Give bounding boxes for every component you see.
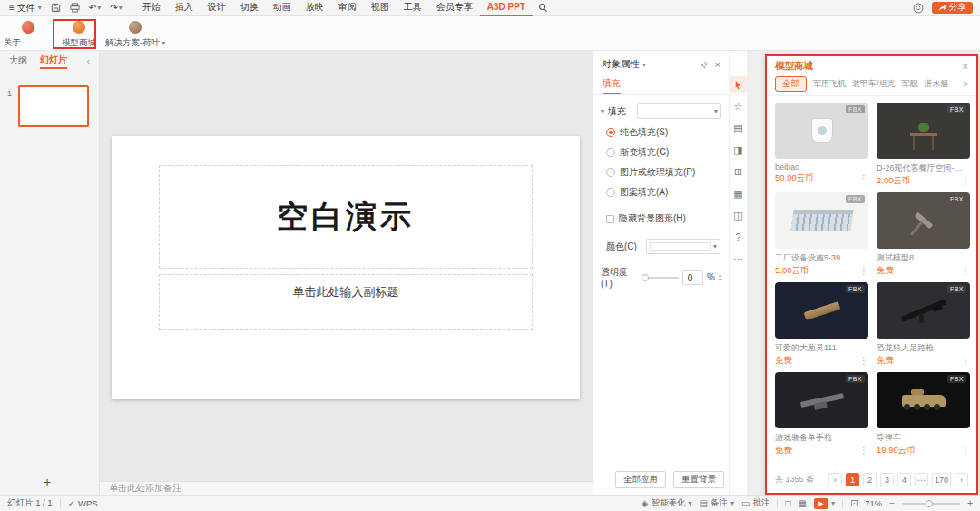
- model-thumbnail[interactable]: FBX: [775, 103, 868, 159]
- wps-status[interactable]: ✓ WPS: [68, 498, 98, 508]
- more-options-icon[interactable]: ⋮: [859, 356, 868, 366]
- radio-solid-fill[interactable]: 纯色填充(S): [606, 126, 729, 139]
- chevron-down-icon[interactable]: ▾: [642, 61, 646, 69]
- more-options-icon[interactable]: ⋮: [859, 266, 868, 276]
- editing-canvas[interactable]: 空白演示 单击此处输入副标题: [100, 51, 593, 481]
- model-card[interactable]: FBX D-26现代客餐厅空间-小桌 2.00云币⋮: [877, 103, 970, 187]
- tab-fill[interactable]: 填充: [603, 77, 621, 94]
- model-thumbnail[interactable]: FBX: [877, 103, 970, 159]
- radio-button-selected[interactable]: [606, 128, 615, 137]
- slide-title[interactable]: 空白演示: [277, 196, 415, 238]
- more-options-icon[interactable]: ⋮: [859, 173, 868, 183]
- zoom-in-icon[interactable]: +: [967, 498, 973, 508]
- more-options-icon[interactable]: ⋮: [961, 356, 970, 366]
- tab-transition[interactable]: 切换: [233, 0, 266, 16]
- add-slide-button[interactable]: +: [44, 475, 51, 489]
- model-thumbnail[interactable]: FBX: [775, 282, 868, 339]
- search-button[interactable]: [534, 0, 552, 16]
- tab-design[interactable]: 设计: [201, 0, 233, 16]
- model-thumbnail[interactable]: FBX: [877, 282, 970, 339]
- help-icon[interactable]: ?: [730, 229, 747, 245]
- play-slideshow-button[interactable]: ▶ ▾: [814, 498, 835, 509]
- radio-pattern-fill[interactable]: 图案填充(A): [606, 186, 729, 199]
- store-tab-submarine[interactable]: 潜水艇: [925, 78, 949, 90]
- slide-subtitle[interactable]: 单击此处输入副标题: [293, 285, 399, 299]
- tab-tools[interactable]: 工具: [397, 0, 429, 16]
- zoom-slider[interactable]: [902, 503, 960, 505]
- insert-grid-icon[interactable]: ⊞: [730, 163, 747, 180]
- clipboard-icon[interactable]: ▤: [730, 120, 747, 136]
- store-tab-tank[interactable]: 装甲车/坦克: [852, 78, 896, 90]
- page-button-4[interactable]: 4: [897, 473, 911, 486]
- model-card[interactable]: FBX beibao 50.00云币⋮: [775, 103, 868, 187]
- hide-background-checkbox-row[interactable]: 隐藏背景图形(H): [606, 212, 729, 225]
- radio-gradient-fill[interactable]: 渐变填充(G): [606, 146, 729, 159]
- model-card[interactable]: FBX 导弹车 19.90云币⋮: [877, 372, 970, 457]
- page-ellipsis[interactable]: ⋯: [915, 473, 928, 486]
- more-options-icon[interactable]: ⋮: [961, 176, 970, 186]
- color-dropdown[interactable]: ▾: [646, 239, 720, 254]
- main-menu-button[interactable]: ≡ 文件 ▾: [5, 0, 45, 16]
- tab-review[interactable]: 审阅: [331, 0, 364, 16]
- slide-sorter-icon[interactable]: ▦: [798, 498, 806, 508]
- model-thumbnail[interactable]: FBX: [877, 372, 970, 428]
- tab-home[interactable]: 开始: [135, 0, 168, 16]
- shape-fill-icon[interactable]: ◨: [730, 142, 747, 158]
- subtitle-placeholder[interactable]: 单击此处输入副标题: [159, 274, 533, 330]
- store-tab-warship[interactable]: 军舰: [902, 78, 918, 90]
- more-tools-icon[interactable]: ⋯: [730, 251, 747, 267]
- next-page-button[interactable]: ›: [955, 473, 968, 486]
- tab-insert[interactable]: 插入: [168, 0, 201, 16]
- more-categories-icon[interactable]: >: [963, 79, 968, 89]
- table-icon[interactable]: ▦: [730, 185, 747, 201]
- save-button[interactable]: [47, 0, 64, 16]
- radio-picture-fill[interactable]: 图片或纹理填充(P): [606, 166, 729, 179]
- apply-all-button[interactable]: 全部应用: [615, 471, 666, 488]
- object-properties-icon[interactable]: [730, 76, 747, 93]
- model-card[interactable]: FBX 工厂设备设施5-39 5.00云币⋮: [775, 192, 868, 277]
- pin-icon[interactable]: [701, 61, 709, 69]
- tab-animation[interactable]: 动画: [266, 0, 299, 16]
- radio-button[interactable]: [606, 168, 615, 177]
- transparency-slider[interactable]: [642, 277, 678, 279]
- model-card[interactable]: FBX 恐龙猎人足路枪 免费⋮: [877, 282, 970, 367]
- page-button-2[interactable]: 2: [863, 473, 877, 486]
- solution-button[interactable]: 解决方案-荷叶 ▾: [100, 21, 171, 49]
- layout-icon[interactable]: ◫: [730, 207, 747, 223]
- redo-button[interactable]: ↷ ▾: [106, 0, 125, 16]
- section-collapse-icon[interactable]: ▾: [601, 107, 604, 115]
- more-options-icon[interactable]: ⋮: [859, 446, 868, 456]
- model-thumbnail[interactable]: FBX: [877, 192, 970, 249]
- theme-skin-button[interactable]: [913, 3, 924, 14]
- prev-page-button[interactable]: ‹: [828, 473, 842, 486]
- transparency-stepper[interactable]: ▴ ▾: [719, 273, 721, 282]
- model-thumbnail[interactable]: FBX: [775, 372, 868, 428]
- radio-button[interactable]: [606, 188, 615, 197]
- tab-outline[interactable]: 大纲: [9, 54, 27, 67]
- step-down-icon[interactable]: ▾: [719, 278, 721, 282]
- more-options-icon[interactable]: ⋮: [961, 446, 970, 456]
- checkbox[interactable]: [606, 215, 614, 223]
- tab-view[interactable]: 视图: [364, 0, 397, 16]
- more-options-icon[interactable]: ⋮: [961, 266, 970, 276]
- model-card[interactable]: FBX 游戏装备单手枪 免费⋮: [775, 372, 868, 457]
- collapse-panel-icon[interactable]: ‹: [87, 56, 90, 66]
- zoom-out-icon[interactable]: −: [889, 498, 895, 508]
- slider-knob[interactable]: [642, 274, 649, 281]
- model-thumbnail[interactable]: FBX: [775, 192, 868, 249]
- smart-beautify-button[interactable]: ◈ 智能美化 ▾: [642, 497, 692, 509]
- model-store-button[interactable]: 模型商城: [54, 21, 103, 49]
- normal-view-icon[interactable]: □: [785, 498, 790, 508]
- page-button-3[interactable]: 3: [880, 473, 894, 486]
- tab-a3dppt[interactable]: A3D PPT: [480, 0, 533, 16]
- page-button-last[interactable]: 170: [932, 473, 951, 486]
- model-card[interactable]: FBX 测试模型8 免费⋮: [877, 192, 970, 277]
- tab-slideshow[interactable]: 放映: [299, 0, 331, 16]
- slide-canvas[interactable]: 空白演示 单击此处输入副标题: [112, 136, 580, 399]
- print-button[interactable]: [66, 0, 83, 16]
- store-tab-all[interactable]: 全部: [775, 76, 807, 92]
- tab-slides[interactable]: 幻灯片: [40, 54, 67, 69]
- close-icon[interactable]: ×: [963, 61, 968, 72]
- reset-background-button[interactable]: 重置背景: [673, 471, 724, 488]
- model-card[interactable]: FBX 可爱的大葱灵111 免费⋮: [775, 282, 868, 367]
